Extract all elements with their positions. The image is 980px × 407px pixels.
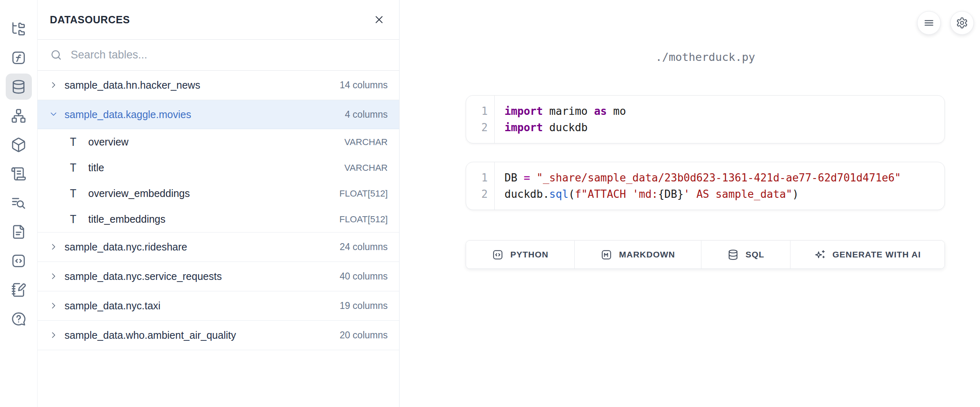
- column-type: VARCHAR: [344, 137, 388, 148]
- gear-icon: [956, 17, 968, 29]
- sidebar-item-help[interactable]: [6, 306, 32, 332]
- box-icon: [11, 137, 27, 153]
- code-line: duckdb.sql(f"ATTACH 'md:{DB}' AS sample_…: [505, 186, 944, 202]
- search-bar: [38, 40, 399, 71]
- chevron-right-icon: [49, 272, 59, 282]
- table-column-count: 4 columns: [345, 109, 388, 120]
- column-row[interactable]: Toverview_embeddingsFLOAT[512]: [38, 181, 399, 206]
- line-number-gutter: 12: [466, 162, 495, 210]
- column-name: title_embeddings: [88, 213, 339, 225]
- add-button-label: PYTHON: [510, 250, 549, 259]
- code-square-icon: [492, 249, 504, 261]
- menu-button[interactable]: [917, 11, 941, 35]
- column-row[interactable]: Ttitle_embeddingsFLOAT[512]: [38, 206, 399, 232]
- chevron-right-icon: [49, 242, 59, 252]
- code-line: DB = "_share/sample_data/23b0d623-1361-4…: [505, 170, 944, 186]
- sidebar-item-datasources[interactable]: [6, 74, 32, 100]
- list-search-icon: [11, 195, 27, 211]
- line-number: 1: [466, 170, 488, 186]
- table-row[interactable]: sample_data.nyc.taxi19 columns: [38, 291, 399, 320]
- chevron-down-icon: [49, 110, 59, 119]
- sidebar-item-documentation[interactable]: [6, 219, 32, 245]
- scroll-text-icon: [11, 166, 27, 182]
- code-cell[interactable]: 12import marimo as moimport duckdb: [466, 95, 945, 143]
- table-row[interactable]: sample_data.who.ambient_air_quality20 co…: [38, 321, 399, 350]
- table-group: sample_data.nyc.taxi19 columns: [38, 291, 399, 321]
- close-panel-button[interactable]: [371, 12, 387, 27]
- table-name: sample_data.kaggle.movies: [65, 109, 345, 121]
- table-group: sample_data.kaggle.movies4 columnsToverv…: [38, 100, 399, 233]
- line-number: 2: [466, 186, 488, 202]
- sidebar-item-packages[interactable]: [6, 132, 32, 158]
- code-cell[interactable]: 12DB = "_share/sample_data/23b0d623-1361…: [466, 162, 945, 210]
- table-row[interactable]: sample_data.nyc.service_requests40 colum…: [38, 262, 399, 291]
- table-name: sample_data.nyc.taxi: [65, 300, 339, 312]
- table-name: sample_data.nyc.rideshare: [65, 241, 339, 253]
- sidebar-item-logs[interactable]: [6, 190, 32, 216]
- table-row[interactable]: sample_data.kaggle.movies4 columns: [38, 100, 399, 129]
- text-type-icon: T: [68, 213, 78, 226]
- column-name: overview_embeddings: [88, 188, 339, 199]
- text-type-icon: T: [68, 136, 78, 148]
- add-generate-with-ai-button[interactable]: GENERATE WITH AI: [790, 241, 944, 268]
- sidebar-item-scroll[interactable]: [6, 161, 32, 187]
- sidebar-item-variables[interactable]: [6, 45, 32, 71]
- search-input[interactable]: [71, 49, 387, 61]
- table-column-count: 40 columns: [339, 271, 388, 282]
- hamburger-menu-icon: [923, 17, 935, 29]
- table-name: sample_data.nyc.service_requests: [65, 271, 339, 282]
- markdown-square-icon: [601, 249, 612, 261]
- line-number-gutter: 12: [466, 96, 495, 143]
- sidebar-item-file-explorer[interactable]: [6, 16, 32, 42]
- function-square-icon: [11, 50, 27, 66]
- line-number: 1: [466, 103, 488, 119]
- sparkles-icon: [814, 249, 826, 261]
- settings-button[interactable]: [950, 11, 974, 35]
- table-column-count: 19 columns: [339, 300, 388, 311]
- sidebar-item-scratchpad[interactable]: [6, 277, 32, 303]
- table-column-count: 14 columns: [339, 80, 388, 91]
- column-row[interactable]: ToverviewVARCHAR: [38, 129, 399, 155]
- message-question-icon: [11, 311, 27, 327]
- table-group: sample_data.nyc.rideshare24 columns: [38, 233, 399, 262]
- table-group: sample_data.who.ambient_air_quality20 co…: [38, 321, 399, 350]
- add-button-label: GENERATE WITH AI: [833, 250, 921, 259]
- notebook-main: ./motherduck.py 12import marimo as moimp…: [400, 0, 980, 407]
- add-sql-button[interactable]: SQL: [701, 241, 790, 268]
- column-row[interactable]: TtitleVARCHAR: [38, 155, 399, 181]
- column-name: overview: [88, 136, 344, 148]
- add-cell-bar: PYTHONMARKDOWNSQLGENERATE WITH AI: [466, 240, 945, 269]
- table-name: sample_data.who.ambient_air_quality: [65, 329, 339, 341]
- add-button-label: SQL: [746, 250, 764, 259]
- code-square-icon: [11, 253, 27, 269]
- table-row[interactable]: sample_data.nyc.rideshare24 columns: [38, 233, 399, 262]
- add-markdown-button[interactable]: MARKDOWN: [575, 241, 701, 268]
- sidebar-item-dependencies[interactable]: [6, 103, 32, 129]
- notebook-pen-icon: [11, 282, 27, 298]
- table-group: sample_data.hn.hacker_news14 columns: [38, 71, 399, 100]
- file-tree-icon: [11, 21, 27, 37]
- table-column-count: 20 columns: [339, 330, 388, 341]
- datasources-panel: DATASOURCES sample_data.hn.hacker_news14…: [38, 0, 400, 407]
- search-icon: [50, 49, 63, 61]
- code-editor[interactable]: DB = "_share/sample_data/23b0d623-1361-4…: [495, 162, 944, 210]
- panel-header: DATASOURCES: [38, 0, 399, 40]
- close-icon: [373, 13, 385, 26]
- column-type: FLOAT[512]: [339, 188, 388, 199]
- column-name: title: [88, 162, 344, 174]
- code-line: import duckdb: [505, 119, 944, 136]
- chevron-right-icon: [49, 331, 59, 340]
- database-icon: [727, 249, 739, 261]
- database-icon: [11, 79, 27, 95]
- text-type-icon: T: [68, 162, 78, 174]
- chevron-right-icon: [49, 81, 59, 90]
- column-type: VARCHAR: [344, 163, 388, 173]
- notebook-filename: ./motherduck.py: [466, 51, 945, 63]
- table-column-count: 24 columns: [339, 242, 388, 253]
- sidebar-item-snippets[interactable]: [6, 248, 32, 274]
- code-editor[interactable]: import marimo as moimport duckdb: [495, 96, 944, 143]
- add-button-label: MARKDOWN: [619, 250, 675, 259]
- add-python-button[interactable]: PYTHON: [466, 241, 575, 268]
- file-text-icon: [11, 224, 27, 240]
- table-row[interactable]: sample_data.hn.hacker_news14 columns: [38, 71, 399, 100]
